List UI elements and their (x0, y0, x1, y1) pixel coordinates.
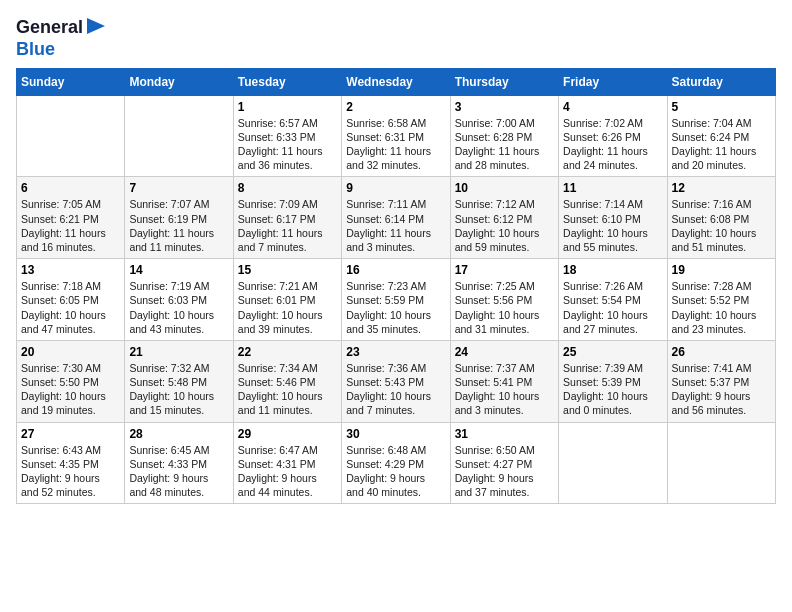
day-number: 9 (346, 181, 445, 195)
day-info: Sunrise: 7:41 AM Sunset: 5:37 PM Dayligh… (672, 361, 771, 418)
day-info: Sunrise: 7:28 AM Sunset: 5:52 PM Dayligh… (672, 279, 771, 336)
day-number: 17 (455, 263, 554, 277)
logo-general: General (16, 18, 83, 38)
day-info: Sunrise: 6:57 AM Sunset: 6:33 PM Dayligh… (238, 116, 337, 173)
logo-arrow-icon (87, 16, 107, 40)
calendar-cell: 2Sunrise: 6:58 AM Sunset: 6:31 PM Daylig… (342, 95, 450, 177)
day-info: Sunrise: 7:07 AM Sunset: 6:19 PM Dayligh… (129, 197, 228, 254)
day-number: 2 (346, 100, 445, 114)
day-number: 13 (21, 263, 120, 277)
calendar-week-1: 1Sunrise: 6:57 AM Sunset: 6:33 PM Daylig… (17, 95, 776, 177)
calendar-table: SundayMondayTuesdayWednesdayThursdayFrid… (16, 68, 776, 504)
day-info: Sunrise: 6:45 AM Sunset: 4:33 PM Dayligh… (129, 443, 228, 500)
day-info: Sunrise: 6:48 AM Sunset: 4:29 PM Dayligh… (346, 443, 445, 500)
day-number: 25 (563, 345, 662, 359)
calendar-cell: 29Sunrise: 6:47 AM Sunset: 4:31 PM Dayli… (233, 422, 341, 504)
day-number: 29 (238, 427, 337, 441)
day-info: Sunrise: 7:34 AM Sunset: 5:46 PM Dayligh… (238, 361, 337, 418)
page-header: General Blue (16, 16, 776, 60)
calendar-week-3: 13Sunrise: 7:18 AM Sunset: 6:05 PM Dayli… (17, 259, 776, 341)
day-number: 15 (238, 263, 337, 277)
day-info: Sunrise: 7:32 AM Sunset: 5:48 PM Dayligh… (129, 361, 228, 418)
day-number: 20 (21, 345, 120, 359)
day-number: 7 (129, 181, 228, 195)
day-number: 30 (346, 427, 445, 441)
day-number: 26 (672, 345, 771, 359)
day-number: 3 (455, 100, 554, 114)
day-info: Sunrise: 7:37 AM Sunset: 5:41 PM Dayligh… (455, 361, 554, 418)
day-info: Sunrise: 7:02 AM Sunset: 6:26 PM Dayligh… (563, 116, 662, 173)
calendar-cell: 11Sunrise: 7:14 AM Sunset: 6:10 PM Dayli… (559, 177, 667, 259)
day-info: Sunrise: 6:43 AM Sunset: 4:35 PM Dayligh… (21, 443, 120, 500)
day-number: 31 (455, 427, 554, 441)
day-info: Sunrise: 7:21 AM Sunset: 6:01 PM Dayligh… (238, 279, 337, 336)
calendar-cell: 22Sunrise: 7:34 AM Sunset: 5:46 PM Dayli… (233, 340, 341, 422)
day-number: 19 (672, 263, 771, 277)
day-info: Sunrise: 7:30 AM Sunset: 5:50 PM Dayligh… (21, 361, 120, 418)
day-info: Sunrise: 7:36 AM Sunset: 5:43 PM Dayligh… (346, 361, 445, 418)
calendar-cell: 20Sunrise: 7:30 AM Sunset: 5:50 PM Dayli… (17, 340, 125, 422)
calendar-cell: 8Sunrise: 7:09 AM Sunset: 6:17 PM Daylig… (233, 177, 341, 259)
calendar-cell: 12Sunrise: 7:16 AM Sunset: 6:08 PM Dayli… (667, 177, 775, 259)
calendar-cell: 15Sunrise: 7:21 AM Sunset: 6:01 PM Dayli… (233, 259, 341, 341)
calendar-cell: 24Sunrise: 7:37 AM Sunset: 5:41 PM Dayli… (450, 340, 558, 422)
day-number: 16 (346, 263, 445, 277)
day-number: 5 (672, 100, 771, 114)
weekday-header-thursday: Thursday (450, 68, 558, 95)
calendar-cell: 7Sunrise: 7:07 AM Sunset: 6:19 PM Daylig… (125, 177, 233, 259)
day-info: Sunrise: 7:09 AM Sunset: 6:17 PM Dayligh… (238, 197, 337, 254)
calendar-header-row: SundayMondayTuesdayWednesdayThursdayFrid… (17, 68, 776, 95)
day-number: 28 (129, 427, 228, 441)
day-info: Sunrise: 6:58 AM Sunset: 6:31 PM Dayligh… (346, 116, 445, 173)
calendar-cell: 14Sunrise: 7:19 AM Sunset: 6:03 PM Dayli… (125, 259, 233, 341)
calendar-cell: 18Sunrise: 7:26 AM Sunset: 5:54 PM Dayli… (559, 259, 667, 341)
calendar-cell: 30Sunrise: 6:48 AM Sunset: 4:29 PM Dayli… (342, 422, 450, 504)
svg-marker-0 (87, 18, 105, 34)
day-number: 24 (455, 345, 554, 359)
calendar-cell: 27Sunrise: 6:43 AM Sunset: 4:35 PM Dayli… (17, 422, 125, 504)
day-info: Sunrise: 7:05 AM Sunset: 6:21 PM Dayligh… (21, 197, 120, 254)
day-number: 23 (346, 345, 445, 359)
weekday-header-wednesday: Wednesday (342, 68, 450, 95)
calendar-cell: 25Sunrise: 7:39 AM Sunset: 5:39 PM Dayli… (559, 340, 667, 422)
weekday-header-monday: Monday (125, 68, 233, 95)
calendar-cell: 4Sunrise: 7:02 AM Sunset: 6:26 PM Daylig… (559, 95, 667, 177)
calendar-week-2: 6Sunrise: 7:05 AM Sunset: 6:21 PM Daylig… (17, 177, 776, 259)
calendar-cell: 13Sunrise: 7:18 AM Sunset: 6:05 PM Dayli… (17, 259, 125, 341)
calendar-cell: 6Sunrise: 7:05 AM Sunset: 6:21 PM Daylig… (17, 177, 125, 259)
calendar-cell: 28Sunrise: 6:45 AM Sunset: 4:33 PM Dayli… (125, 422, 233, 504)
day-number: 14 (129, 263, 228, 277)
day-info: Sunrise: 7:16 AM Sunset: 6:08 PM Dayligh… (672, 197, 771, 254)
day-info: Sunrise: 7:23 AM Sunset: 5:59 PM Dayligh… (346, 279, 445, 336)
day-number: 18 (563, 263, 662, 277)
day-number: 1 (238, 100, 337, 114)
calendar-cell: 17Sunrise: 7:25 AM Sunset: 5:56 PM Dayli… (450, 259, 558, 341)
weekday-header-tuesday: Tuesday (233, 68, 341, 95)
calendar-cell: 3Sunrise: 7:00 AM Sunset: 6:28 PM Daylig… (450, 95, 558, 177)
logo-blue: Blue (16, 40, 107, 60)
day-number: 4 (563, 100, 662, 114)
day-info: Sunrise: 6:50 AM Sunset: 4:27 PM Dayligh… (455, 443, 554, 500)
calendar-cell: 23Sunrise: 7:36 AM Sunset: 5:43 PM Dayli… (342, 340, 450, 422)
day-info: Sunrise: 7:14 AM Sunset: 6:10 PM Dayligh… (563, 197, 662, 254)
day-info: Sunrise: 7:39 AM Sunset: 5:39 PM Dayligh… (563, 361, 662, 418)
logo: General Blue (16, 16, 107, 60)
logo-text-block: General Blue (16, 16, 107, 60)
day-number: 11 (563, 181, 662, 195)
day-info: Sunrise: 6:47 AM Sunset: 4:31 PM Dayligh… (238, 443, 337, 500)
calendar-week-5: 27Sunrise: 6:43 AM Sunset: 4:35 PM Dayli… (17, 422, 776, 504)
day-info: Sunrise: 7:18 AM Sunset: 6:05 PM Dayligh… (21, 279, 120, 336)
calendar-cell (667, 422, 775, 504)
day-number: 6 (21, 181, 120, 195)
calendar-cell: 9Sunrise: 7:11 AM Sunset: 6:14 PM Daylig… (342, 177, 450, 259)
calendar-cell: 16Sunrise: 7:23 AM Sunset: 5:59 PM Dayli… (342, 259, 450, 341)
day-number: 21 (129, 345, 228, 359)
weekday-header-saturday: Saturday (667, 68, 775, 95)
weekday-header-friday: Friday (559, 68, 667, 95)
calendar-cell (17, 95, 125, 177)
day-info: Sunrise: 7:25 AM Sunset: 5:56 PM Dayligh… (455, 279, 554, 336)
day-info: Sunrise: 7:11 AM Sunset: 6:14 PM Dayligh… (346, 197, 445, 254)
calendar-cell: 5Sunrise: 7:04 AM Sunset: 6:24 PM Daylig… (667, 95, 775, 177)
calendar-cell: 1Sunrise: 6:57 AM Sunset: 6:33 PM Daylig… (233, 95, 341, 177)
day-number: 10 (455, 181, 554, 195)
